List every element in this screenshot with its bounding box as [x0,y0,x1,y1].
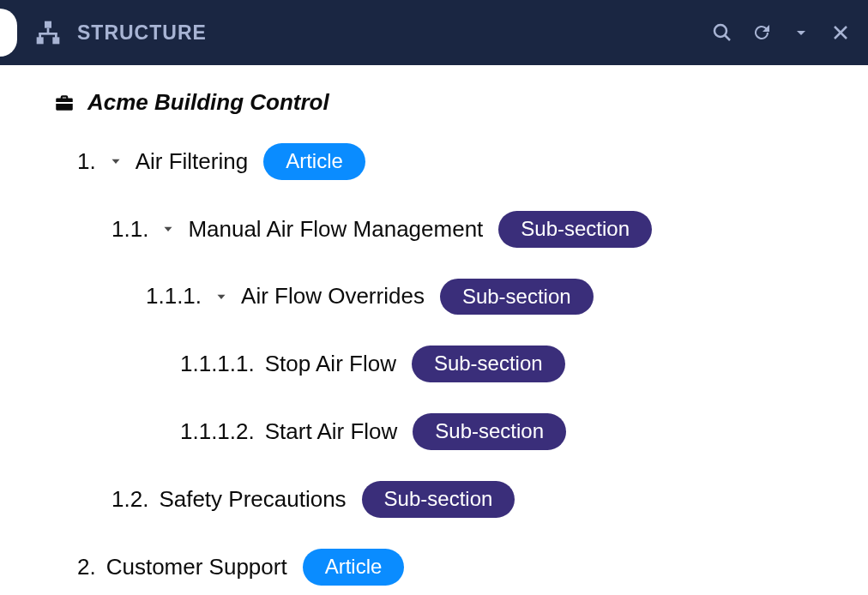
tree-node[interactable]: 1.Air FilteringArticle [53,143,842,180]
subsection-badge[interactable]: Sub-section [498,211,652,248]
briefcase-icon [53,92,75,114]
subsection-badge[interactable]: Sub-section [412,346,565,382]
structure-tree: Acme Building Control 1.Air FilteringArt… [0,65,868,586]
header-actions [712,22,851,43]
article-badge[interactable]: Article [303,549,405,586]
node-label: Manual Air Flow Management [188,216,483,243]
root-title: Acme Building Control [87,89,329,116]
tree-node[interactable]: 1.1.1.2.Start Air FlowSub-section [53,413,842,450]
node-number: 1.1. [112,216,148,243]
tree-node[interactable]: 2.Customer SupportArticle [53,549,842,586]
avatar-cutoff [0,9,17,57]
subsection-badge[interactable]: Sub-section [440,279,594,316]
subsection-badge[interactable]: Sub-section [413,413,566,450]
node-number: 2. [77,554,96,580]
svg-point-7 [714,25,726,37]
tree-node[interactable]: 1.1.Manual Air Flow ManagementSub-sectio… [53,211,842,248]
close-icon[interactable] [830,22,851,43]
root-node[interactable]: Acme Building Control [53,89,842,116]
node-label: Start Air Flow [265,418,398,445]
tree-node[interactable]: 1.1.1.Air Flow OverridesSub-section [53,279,842,316]
node-label: Air Flow Overrides [241,283,425,310]
caret-down-icon[interactable] [212,287,231,306]
svg-line-8 [725,35,730,40]
search-icon[interactable] [712,22,732,43]
subsection-badge[interactable]: Sub-section [362,481,515,518]
svg-rect-4 [39,33,57,35]
panel-header: STRUCTURE [0,0,868,65]
caret-down-icon[interactable] [106,152,125,171]
node-label: Customer Support [106,554,287,580]
refresh-icon[interactable] [751,22,772,43]
caret-down-icon[interactable] [159,219,178,238]
svg-rect-6 [55,33,57,39]
node-number: 1. [77,148,96,175]
svg-rect-0 [45,21,51,28]
tree-node[interactable]: 1.1.1.1.Stop Air FlowSub-section [53,346,842,382]
node-number: 1.2. [112,486,148,513]
node-label: Air Filtering [136,148,248,175]
tree-node[interactable]: 1.2.Safety PrecautionsSub-section [53,481,842,518]
node-number: 1.1.1.1. [180,351,255,377]
svg-rect-5 [39,33,41,39]
node-label: Safety Precautions [159,486,346,513]
chevron-down-icon[interactable] [791,22,811,43]
node-label: Stop Air Flow [265,351,396,377]
node-number: 1.1.1. [146,283,202,310]
structure-icon [34,19,62,46]
node-number: 1.1.1.2. [180,418,255,445]
panel-title: STRUCTURE [77,21,207,45]
article-badge[interactable]: Article [263,143,365,180]
